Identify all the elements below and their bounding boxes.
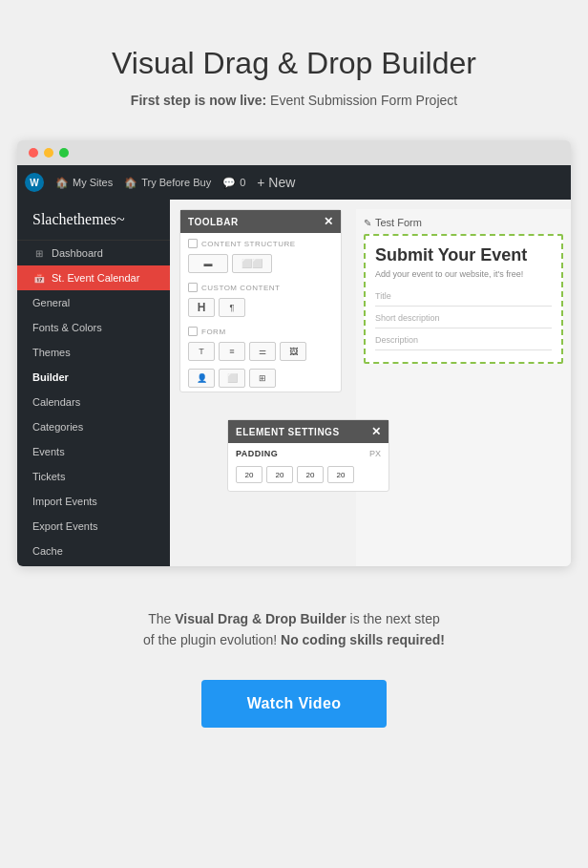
adminbar-trybefore[interactable]: 🏠 Try Before Buy (124, 177, 211, 189)
sidebar-item-calendars[interactable]: Calendars (17, 390, 170, 414)
wp-admin: W 🏠 My Sites 🏠 Try Before Buy 💬 0 + New (17, 165, 571, 566)
form-field-short-desc: Short description (375, 308, 552, 328)
sidebar-item-events[interactable]: Events (17, 439, 170, 464)
sidebar-export-label: Export Events (32, 520, 97, 532)
watch-video-button[interactable]: Watch Video (201, 680, 387, 728)
desc-before: The (148, 611, 175, 626)
sidebar-dashboard-label: Dashboard (52, 247, 103, 259)
toolbar-grid-icon[interactable]: ⊞ (249, 369, 276, 388)
toolbar-content-icons: ▬ ⬜⬜ (180, 250, 341, 277)
sidebar-item-builder[interactable]: Builder (17, 365, 170, 390)
element-settings-panel: ELEMENT SETTINGS ✕ PADDING PX 20 20 20 2… (227, 419, 389, 492)
padding-inputs: 20 20 20 20 (228, 464, 388, 491)
toolbar-panel: TOOLBAR ✕ CONTENT STRUCTURE ▬ ⬜⬜ CUSTOM … (179, 209, 342, 392)
sidebar-calendars-label: Calendars (32, 396, 80, 408)
toolbar-paragraph-icon[interactable]: ¶ (219, 298, 245, 317)
browser-bar (17, 140, 571, 165)
toolbar-box-icon[interactable]: ⬜ (219, 369, 245, 388)
padding-right-input[interactable]: 20 (266, 466, 293, 483)
sidebar-general-label: General (32, 297, 70, 308)
sidebar-item-general[interactable]: General (17, 290, 170, 315)
toolbar-header: TOOLBAR ✕ (180, 210, 341, 233)
toolbar-align-icon[interactable]: ≡ (219, 342, 245, 361)
sidebar-cache-label: Cache (32, 545, 63, 557)
browser-mockup: W 🏠 My Sites 🏠 Try Before Buy 💬 0 + New (17, 140, 571, 566)
toolbar-image-icon[interactable]: 🖼 (280, 342, 306, 361)
page-subtitle: First step is now live: Event Submission… (112, 93, 476, 108)
toolbar-custom-icons: H ¶ (180, 294, 341, 321)
wp-logo: W (25, 173, 44, 192)
page-header: Visual Drag & Drop Builder First step is… (74, 0, 514, 131)
toolbar-heading-icon[interactable]: H (188, 298, 215, 317)
calendar-icon: 📅 (32, 273, 46, 284)
toolbar-form-icons-2: 👤 ⬜ ⊞ (180, 365, 341, 392)
adminbar-new[interactable]: + New (257, 175, 295, 190)
wp-content: TOOLBAR ✕ CONTENT STRUCTURE ▬ ⬜⬜ CUSTOM … (170, 200, 571, 566)
adminbar-new-label: + New (257, 175, 295, 190)
sidebar-fonts-label: Fonts & Colors (32, 322, 102, 333)
sidebar-builder-label: Builder (32, 371, 69, 383)
desc-bold-end: No coding skills required! (281, 632, 445, 647)
wp-body: Slachethemes~ ⊞ Dashboard 📅 St. Event Ca… (17, 200, 571, 566)
sidebar-item-dashboard[interactable]: ⊞ Dashboard (17, 241, 170, 265)
form-field-title: Title (375, 286, 552, 307)
sidebar-themes-label: Themes (32, 347, 71, 358)
adminbar-comments[interactable]: 💬 0 (222, 177, 245, 189)
desc-bold: Visual Drag & Drop Builder (175, 611, 346, 626)
sidebar-item-cache[interactable]: Cache (17, 539, 170, 563)
sidebar-item-calendar[interactable]: 📅 St. Event Calendar (17, 265, 170, 290)
test-form-area: Test Form Submit Your Event Add your eve… (356, 209, 571, 566)
wp-adminbar: W 🏠 My Sites 🏠 Try Before Buy 💬 0 + New (17, 165, 571, 200)
dot-yellow (44, 148, 53, 158)
sidebar-item-export[interactable]: Export Events (17, 514, 170, 539)
sidebar-item-tickets[interactable]: Tickets (17, 464, 170, 489)
toolbar-form-icons: T ≡ ⚌ 🖼 (180, 338, 341, 365)
toolbar-title: TOOLBAR (188, 217, 239, 227)
form-preview-title: Submit Your Event (375, 245, 552, 265)
toolbar-form-label: FORM (180, 321, 341, 338)
toolbar-close-icon[interactable]: ✕ (324, 215, 334, 228)
adminbar-mysites[interactable]: 🏠 My Sites (55, 177, 113, 189)
description-text: The Visual Drag & Drop Builder is the ne… (143, 608, 445, 651)
element-settings-padding-row: PADDING PX (228, 443, 388, 464)
sidebar-item-backup[interactable]: Backup Settings (17, 563, 170, 566)
sidebar-logo-text: Slachethemes~ (32, 211, 125, 227)
toolbar-lines-icon[interactable]: ⚌ (249, 342, 276, 361)
test-form-title: Test Form (364, 217, 563, 228)
sidebar-logo: Slachethemes~ (17, 200, 170, 241)
sidebar-import-label: Import Events (32, 496, 97, 507)
sidebar-item-import[interactable]: Import Events (17, 489, 170, 514)
sidebar-item-categories[interactable]: Categories (17, 414, 170, 439)
sidebar-item-fonts[interactable]: Fonts & Colors (17, 315, 170, 340)
toolbar-custom-content-label: CUSTOM CONTENT (180, 277, 341, 294)
dot-green (59, 148, 69, 158)
subtitle-strong: First step is now live: (131, 93, 270, 108)
form-field-description: Description (375, 330, 552, 350)
sidebar-events-label: Events (32, 446, 65, 457)
dashboard-icon: ⊞ (32, 248, 46, 259)
padding-bottom-input[interactable]: 20 (297, 466, 324, 483)
sidebar-categories-label: Categories (32, 421, 83, 433)
form-preview: Submit Your Event Add your event to our … (364, 234, 563, 364)
description-section: The Visual Drag & Drop Builder is the ne… (86, 585, 502, 670)
toolbar-user-icon[interactable]: 👤 (188, 369, 215, 388)
sidebar-tickets-label: Tickets (32, 471, 65, 482)
padding-top-input[interactable]: 20 (236, 466, 262, 483)
element-settings-title: ELEMENT SETTINGS (236, 427, 340, 437)
padding-label: PADDING (236, 449, 278, 458)
sidebar-calendar-label: St. Event Calendar (52, 272, 139, 284)
sidebar-item-themes[interactable]: Themes (17, 340, 170, 365)
dot-red (29, 148, 38, 158)
toolbar-text-icon[interactable]: T (188, 342, 215, 361)
padding-left-input[interactable]: 20 (327, 466, 354, 483)
adminbar-mysites-label: My Sites (73, 177, 113, 188)
element-settings-close-icon[interactable]: ✕ (371, 425, 382, 438)
subtitle-text: Event Submission Form Project (270, 93, 457, 108)
toolbar-content-structure-label: CONTENT STRUCTURE (180, 233, 341, 250)
adminbar-comment-count: 0 (240, 177, 245, 188)
toolbar-two-col-icon[interactable]: ⬜⬜ (232, 254, 272, 273)
adminbar-trybefore-label: Try Before Buy (141, 177, 211, 188)
padding-unit: PX (369, 449, 381, 458)
form-preview-subtitle: Add your event to our website, it's free… (375, 269, 552, 279)
toolbar-one-col-icon[interactable]: ▬ (188, 254, 228, 273)
